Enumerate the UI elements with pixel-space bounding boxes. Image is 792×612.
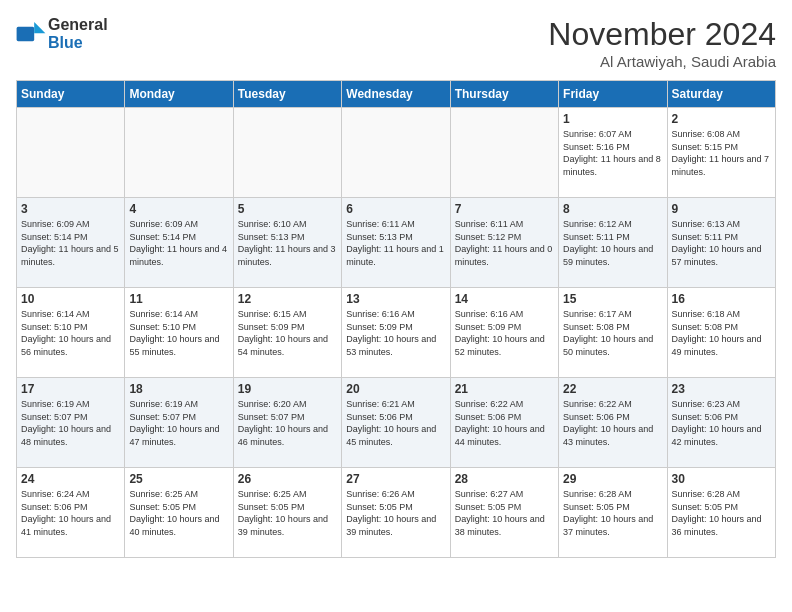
day-number: 7 xyxy=(455,202,554,216)
calendar-cell: 18Sunrise: 6:19 AMSunset: 5:07 PMDayligh… xyxy=(125,378,233,468)
day-number: 12 xyxy=(238,292,337,306)
day-number: 4 xyxy=(129,202,228,216)
calendar-week-row: 24Sunrise: 6:24 AMSunset: 5:06 PMDayligh… xyxy=(17,468,776,558)
day-number: 20 xyxy=(346,382,445,396)
calendar-cell: 14Sunrise: 6:16 AMSunset: 5:09 PMDayligh… xyxy=(450,288,558,378)
calendar-cell: 17Sunrise: 6:19 AMSunset: 5:07 PMDayligh… xyxy=(17,378,125,468)
calendar-week-row: 10Sunrise: 6:14 AMSunset: 5:10 PMDayligh… xyxy=(17,288,776,378)
day-info: Sunrise: 6:20 AMSunset: 5:07 PMDaylight:… xyxy=(238,398,337,448)
day-info: Sunrise: 6:11 AMSunset: 5:13 PMDaylight:… xyxy=(346,218,445,268)
weekday-header: Tuesday xyxy=(233,81,341,108)
day-number: 26 xyxy=(238,472,337,486)
calendar-cell xyxy=(233,108,341,198)
day-info: Sunrise: 6:09 AMSunset: 5:14 PMDaylight:… xyxy=(21,218,120,268)
weekday-header-row: SundayMondayTuesdayWednesdayThursdayFrid… xyxy=(17,81,776,108)
weekday-header: Saturday xyxy=(667,81,775,108)
calendar-week-row: 17Sunrise: 6:19 AMSunset: 5:07 PMDayligh… xyxy=(17,378,776,468)
day-number: 17 xyxy=(21,382,120,396)
calendar-cell: 7Sunrise: 6:11 AMSunset: 5:12 PMDaylight… xyxy=(450,198,558,288)
day-info: Sunrise: 6:28 AMSunset: 5:05 PMDaylight:… xyxy=(672,488,771,538)
day-number: 18 xyxy=(129,382,228,396)
day-info: Sunrise: 6:22 AMSunset: 5:06 PMDaylight:… xyxy=(563,398,662,448)
day-number: 9 xyxy=(672,202,771,216)
svg-rect-0 xyxy=(17,26,35,40)
calendar-cell: 11Sunrise: 6:14 AMSunset: 5:10 PMDayligh… xyxy=(125,288,233,378)
day-number: 29 xyxy=(563,472,662,486)
day-info: Sunrise: 6:24 AMSunset: 5:06 PMDaylight:… xyxy=(21,488,120,538)
calendar-cell: 22Sunrise: 6:22 AMSunset: 5:06 PMDayligh… xyxy=(559,378,667,468)
day-info: Sunrise: 6:10 AMSunset: 5:13 PMDaylight:… xyxy=(238,218,337,268)
calendar-cell: 26Sunrise: 6:25 AMSunset: 5:05 PMDayligh… xyxy=(233,468,341,558)
calendar-cell: 13Sunrise: 6:16 AMSunset: 5:09 PMDayligh… xyxy=(342,288,450,378)
calendar-cell: 15Sunrise: 6:17 AMSunset: 5:08 PMDayligh… xyxy=(559,288,667,378)
weekday-header: Thursday xyxy=(450,81,558,108)
day-number: 11 xyxy=(129,292,228,306)
calendar-cell: 24Sunrise: 6:24 AMSunset: 5:06 PMDayligh… xyxy=(17,468,125,558)
calendar-cell: 19Sunrise: 6:20 AMSunset: 5:07 PMDayligh… xyxy=(233,378,341,468)
calendar-cell: 25Sunrise: 6:25 AMSunset: 5:05 PMDayligh… xyxy=(125,468,233,558)
day-info: Sunrise: 6:12 AMSunset: 5:11 PMDaylight:… xyxy=(563,218,662,268)
page-header: General Blue November 2024 Al Artawiyah,… xyxy=(16,16,776,70)
calendar-cell: 10Sunrise: 6:14 AMSunset: 5:10 PMDayligh… xyxy=(17,288,125,378)
day-number: 14 xyxy=(455,292,554,306)
calendar-week-row: 3Sunrise: 6:09 AMSunset: 5:14 PMDaylight… xyxy=(17,198,776,288)
day-number: 10 xyxy=(21,292,120,306)
day-number: 2 xyxy=(672,112,771,126)
logo-icon xyxy=(16,22,46,46)
day-number: 13 xyxy=(346,292,445,306)
calendar-cell: 30Sunrise: 6:28 AMSunset: 5:05 PMDayligh… xyxy=(667,468,775,558)
day-info: Sunrise: 6:18 AMSunset: 5:08 PMDaylight:… xyxy=(672,308,771,358)
day-info: Sunrise: 6:07 AMSunset: 5:16 PMDaylight:… xyxy=(563,128,662,178)
day-info: Sunrise: 6:28 AMSunset: 5:05 PMDaylight:… xyxy=(563,488,662,538)
day-number: 16 xyxy=(672,292,771,306)
logo: General Blue xyxy=(16,16,108,51)
day-number: 28 xyxy=(455,472,554,486)
day-info: Sunrise: 6:14 AMSunset: 5:10 PMDaylight:… xyxy=(21,308,120,358)
day-number: 3 xyxy=(21,202,120,216)
day-number: 8 xyxy=(563,202,662,216)
day-info: Sunrise: 6:15 AMSunset: 5:09 PMDaylight:… xyxy=(238,308,337,358)
day-number: 22 xyxy=(563,382,662,396)
calendar-cell: 6Sunrise: 6:11 AMSunset: 5:13 PMDaylight… xyxy=(342,198,450,288)
day-number: 30 xyxy=(672,472,771,486)
day-info: Sunrise: 6:11 AMSunset: 5:12 PMDaylight:… xyxy=(455,218,554,268)
day-info: Sunrise: 6:21 AMSunset: 5:06 PMDaylight:… xyxy=(346,398,445,448)
day-number: 1 xyxy=(563,112,662,126)
day-info: Sunrise: 6:17 AMSunset: 5:08 PMDaylight:… xyxy=(563,308,662,358)
day-number: 23 xyxy=(672,382,771,396)
calendar-cell: 21Sunrise: 6:22 AMSunset: 5:06 PMDayligh… xyxy=(450,378,558,468)
calendar-cell: 8Sunrise: 6:12 AMSunset: 5:11 PMDaylight… xyxy=(559,198,667,288)
day-number: 15 xyxy=(563,292,662,306)
title-section: November 2024 Al Artawiyah, Saudi Arabia xyxy=(548,16,776,70)
day-number: 19 xyxy=(238,382,337,396)
day-number: 24 xyxy=(21,472,120,486)
svg-marker-1 xyxy=(34,22,45,33)
calendar-cell: 29Sunrise: 6:28 AMSunset: 5:05 PMDayligh… xyxy=(559,468,667,558)
day-info: Sunrise: 6:16 AMSunset: 5:09 PMDaylight:… xyxy=(346,308,445,358)
calendar-cell: 5Sunrise: 6:10 AMSunset: 5:13 PMDaylight… xyxy=(233,198,341,288)
calendar-cell: 28Sunrise: 6:27 AMSunset: 5:05 PMDayligh… xyxy=(450,468,558,558)
calendar-week-row: 1Sunrise: 6:07 AMSunset: 5:16 PMDaylight… xyxy=(17,108,776,198)
calendar-cell xyxy=(125,108,233,198)
day-number: 25 xyxy=(129,472,228,486)
calendar-cell: 23Sunrise: 6:23 AMSunset: 5:06 PMDayligh… xyxy=(667,378,775,468)
calendar-cell xyxy=(450,108,558,198)
calendar-cell: 27Sunrise: 6:26 AMSunset: 5:05 PMDayligh… xyxy=(342,468,450,558)
weekday-header: Sunday xyxy=(17,81,125,108)
day-number: 6 xyxy=(346,202,445,216)
calendar-cell: 2Sunrise: 6:08 AMSunset: 5:15 PMDaylight… xyxy=(667,108,775,198)
day-number: 21 xyxy=(455,382,554,396)
month-title: November 2024 xyxy=(548,16,776,53)
day-info: Sunrise: 6:25 AMSunset: 5:05 PMDaylight:… xyxy=(129,488,228,538)
calendar-cell: 1Sunrise: 6:07 AMSunset: 5:16 PMDaylight… xyxy=(559,108,667,198)
calendar-cell: 20Sunrise: 6:21 AMSunset: 5:06 PMDayligh… xyxy=(342,378,450,468)
logo-text: General Blue xyxy=(48,16,108,51)
day-info: Sunrise: 6:22 AMSunset: 5:06 PMDaylight:… xyxy=(455,398,554,448)
calendar-table: SundayMondayTuesdayWednesdayThursdayFrid… xyxy=(16,80,776,558)
day-info: Sunrise: 6:13 AMSunset: 5:11 PMDaylight:… xyxy=(672,218,771,268)
calendar-cell xyxy=(17,108,125,198)
calendar-cell: 12Sunrise: 6:15 AMSunset: 5:09 PMDayligh… xyxy=(233,288,341,378)
day-info: Sunrise: 6:19 AMSunset: 5:07 PMDaylight:… xyxy=(129,398,228,448)
location: Al Artawiyah, Saudi Arabia xyxy=(548,53,776,70)
day-info: Sunrise: 6:09 AMSunset: 5:14 PMDaylight:… xyxy=(129,218,228,268)
